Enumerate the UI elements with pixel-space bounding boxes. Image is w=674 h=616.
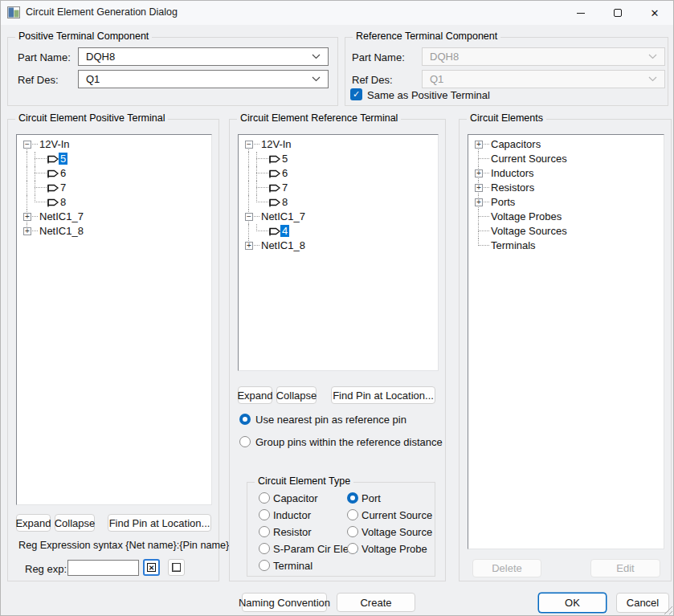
minimize-button[interactable] (562, 1, 599, 25)
tree-item-5[interactable]: 5 (243, 152, 436, 166)
ref-des-value: Q1 (430, 73, 443, 85)
tree-item-netic1-7[interactable]: +NetIC1_7 (22, 210, 210, 224)
element-type-radio-current-source[interactable] (347, 509, 358, 520)
regexp-clear-button[interactable]: ✕ (143, 559, 160, 576)
tree-item-inductors[interactable]: +Inductors (473, 166, 662, 181)
pin-flag-icon (47, 197, 59, 208)
find-pin-at-location-button[interactable]: Find Pin at Location... (331, 386, 435, 404)
same-as-positive-label: Same as Positive Terminal (367, 89, 490, 101)
cancel-button[interactable]: Cancel (616, 593, 669, 613)
chevron-down-icon (648, 54, 657, 59)
tree-item-7[interactable]: 7 (22, 181, 210, 195)
tree-item-8[interactable]: 8 (243, 195, 436, 210)
tree-item-6[interactable]: 6 (22, 166, 210, 181)
pin-flag-icon (268, 182, 281, 194)
tree-item-12v-in[interactable]: −12V-In (243, 137, 436, 152)
edit-button[interactable]: Edit (590, 559, 660, 577)
delete-button[interactable]: Delete (472, 559, 541, 577)
element-type-radio-voltage-probe[interactable] (347, 543, 358, 554)
naming-convention-button[interactable]: Naming Convention (242, 593, 327, 612)
regexp-label: Reg exp: (25, 563, 67, 575)
element-type-label-terminal: Terminal (273, 560, 312, 572)
circuit-element-type-group: Circuit Element Type CapacitorInductorRe… (247, 482, 435, 577)
expand-toggle-icon[interactable]: + (23, 227, 31, 235)
close-icon: ✕ (651, 7, 660, 19)
tree-item-voltage-sources[interactable]: Voltage Sources (473, 224, 662, 239)
circuit-element-generation-dialog: Circuit Element Generation Dialog ✕ Posi… (0, 0, 674, 616)
maximize-button[interactable] (599, 1, 636, 25)
element-type-radio-capacitor[interactable] (259, 492, 270, 504)
collapse-button[interactable]: Collapse (55, 514, 95, 532)
part-name-label: Part Name: (352, 51, 405, 63)
expand-toggle-icon[interactable]: + (475, 141, 483, 149)
ok-button[interactable]: OK (538, 593, 607, 613)
part-name-combo-disabled: DQH8 (422, 47, 665, 66)
tree-item-12v-in[interactable]: −12V-In (22, 137, 210, 152)
find-pin-at-location-button[interactable]: Find Pin at Location... (108, 514, 211, 532)
close-button[interactable]: ✕ (636, 1, 673, 25)
ref-des-value: Q1 (86, 73, 100, 85)
group-title: Circuit Element Positive Terminal (15, 112, 168, 124)
expand-toggle-icon[interactable]: + (475, 184, 483, 192)
chevron-down-icon (648, 76, 657, 82)
collapse-button[interactable]: Collapse (276, 386, 317, 404)
app-icon (7, 6, 20, 18)
tree-item-resistors[interactable]: +Resistors (473, 181, 662, 195)
use-nearest-pin-label: Use nearest pin as reference pin (255, 414, 406, 426)
expand-toggle-icon[interactable]: + (475, 169, 483, 177)
pin-flag-icon (268, 197, 281, 208)
ref-des-combo[interactable]: Q1 (78, 70, 329, 88)
tree-item-8[interactable]: 8 (22, 195, 210, 210)
tree-item-voltage-probes[interactable]: Voltage Probes (473, 210, 662, 224)
tree-item-current-sources[interactable]: Current Sources (473, 152, 662, 166)
use-nearest-pin-radio[interactable] (239, 414, 251, 425)
tree-item-6[interactable]: 6 (243, 166, 436, 181)
circuit-element-positive-terminal-group: Circuit Element Positive Terminal −12V-I… (7, 119, 219, 581)
circuit-elements-tree[interactable]: +CapacitorsCurrent Sources+Inductors+Res… (468, 134, 664, 549)
group-pins-radio[interactable] (239, 436, 251, 447)
tree-item-4[interactable]: 4 (243, 224, 436, 239)
pin-flag-icon (268, 153, 281, 165)
element-type-label-s-param-cir-elem: S-Param Cir Elem (273, 543, 357, 555)
regexp-box-button[interactable] (168, 559, 185, 576)
element-type-radio-voltage-source[interactable] (347, 526, 358, 537)
tree-item-capacitors[interactable]: +Capacitors (473, 137, 662, 152)
tree-item-netic1-8[interactable]: +NetIC1_8 (22, 224, 210, 239)
element-type-radio-s-param-cir-elem[interactable] (259, 543, 270, 554)
tree-item-netic1-8[interactable]: +NetIC1_8 (243, 239, 436, 253)
minimize-icon (577, 13, 585, 14)
expand-toggle-icon[interactable]: + (23, 213, 31, 221)
reference-terminal-tree[interactable]: −12V-In5678−NetIC1_74+NetIC1_8 (238, 134, 439, 371)
element-type-label-resistor: Resistor (273, 526, 312, 538)
expand-button[interactable]: Expand (16, 514, 51, 532)
same-as-positive-checkbox[interactable]: ✓ (350, 88, 362, 100)
chevron-down-icon (312, 76, 321, 82)
expand-toggle-icon[interactable]: + (245, 242, 253, 250)
maximize-icon (614, 9, 622, 17)
element-type-label-capacitor: Capacitor (273, 492, 318, 504)
tree-item-ports[interactable]: +Ports (473, 195, 662, 210)
empty-box-icon (172, 563, 181, 572)
element-type-label-voltage-probe: Voltage Probe (362, 543, 427, 555)
titlebar: Circuit Element Generation Dialog ✕ (1, 1, 673, 25)
positive-terminal-tree[interactable]: −12V-In5678+NetIC1_7+NetIC1_8 (16, 134, 212, 505)
element-type-radio-terminal[interactable] (259, 560, 270, 571)
regexp-input[interactable] (67, 560, 139, 576)
part-name-combo[interactable]: DQH8 (78, 47, 329, 66)
circuit-element-reference-terminal-group: Circuit Element Reference Terminal −12V-… (229, 119, 446, 581)
element-type-radio-inductor[interactable] (259, 509, 270, 520)
element-type-radio-resistor[interactable] (259, 526, 270, 537)
tree-item-netic1-7[interactable]: −NetIC1_7 (243, 210, 436, 224)
tree-item-terminals[interactable]: Terminals (473, 239, 662, 253)
tree-item-7[interactable]: 7 (243, 181, 436, 195)
expand-button[interactable]: Expand (238, 386, 272, 404)
part-name-label: Part Name: (18, 51, 71, 63)
tree-item-5[interactable]: 5 (22, 152, 210, 166)
ref-des-label: Ref Des: (18, 74, 59, 86)
create-button[interactable]: Create (337, 593, 415, 612)
element-type-radio-port[interactable] (347, 492, 358, 504)
collapse-toggle-icon[interactable]: − (245, 213, 253, 221)
expand-toggle-icon[interactable]: + (475, 198, 483, 206)
collapse-toggle-icon[interactable]: − (245, 141, 253, 149)
collapse-toggle-icon[interactable]: − (23, 141, 31, 149)
